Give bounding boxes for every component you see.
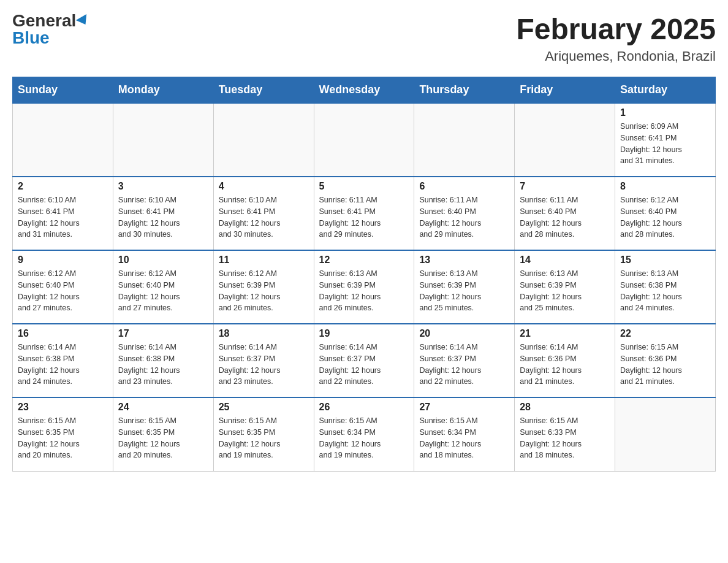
calendar-cell: 8Sunrise: 6:12 AM Sunset: 6:40 PM Daylig… [615,177,716,250]
calendar-cell [13,103,113,177]
day-number: 26 [319,402,409,413]
calendar-cell: 19Sunrise: 6:14 AM Sunset: 6:37 PM Dayli… [314,324,414,397]
day-info: Sunrise: 6:15 AM Sunset: 6:35 PM Dayligh… [18,415,108,461]
day-info: Sunrise: 6:14 AM Sunset: 6:37 PM Dayligh… [419,342,509,388]
day-info: Sunrise: 6:15 AM Sunset: 6:34 PM Dayligh… [319,415,409,461]
calendar-cell: 16Sunrise: 6:14 AM Sunset: 6:38 PM Dayli… [13,324,113,397]
calendar-cell [615,397,716,471]
day-number: 10 [118,255,208,266]
day-number: 28 [520,402,610,413]
calendar-cell: 9Sunrise: 6:12 AM Sunset: 6:40 PM Daylig… [13,250,113,324]
day-number: 6 [419,181,509,192]
day-number: 1 [620,107,710,118]
calendar-cell: 20Sunrise: 6:14 AM Sunset: 6:37 PM Dayli… [414,324,515,397]
calendar-cell: 23Sunrise: 6:15 AM Sunset: 6:35 PM Dayli… [13,397,113,471]
month-title: February 2025 [516,12,716,46]
day-info: Sunrise: 6:15 AM Sunset: 6:36 PM Dayligh… [620,342,710,388]
logo-arrow-icon [76,14,91,28]
day-info: Sunrise: 6:10 AM Sunset: 6:41 PM Dayligh… [118,194,208,240]
location: Ariquemes, Rondonia, Brazil [516,48,716,64]
day-info: Sunrise: 6:14 AM Sunset: 6:37 PM Dayligh… [219,342,309,388]
day-info: Sunrise: 6:11 AM Sunset: 6:41 PM Dayligh… [319,194,409,240]
calendar-cell: 26Sunrise: 6:15 AM Sunset: 6:34 PM Dayli… [314,397,414,471]
day-info: Sunrise: 6:15 AM Sunset: 6:35 PM Dayligh… [219,415,309,461]
day-number: 22 [620,328,710,339]
calendar-cell: 21Sunrise: 6:14 AM Sunset: 6:36 PM Dayli… [515,324,615,397]
day-info: Sunrise: 6:11 AM Sunset: 6:40 PM Dayligh… [520,194,610,240]
day-number: 19 [319,328,409,339]
calendar-cell: 25Sunrise: 6:15 AM Sunset: 6:35 PM Dayli… [213,397,314,471]
day-info: Sunrise: 6:14 AM Sunset: 6:38 PM Dayligh… [118,342,208,388]
calendar-week-row: 16Sunrise: 6:14 AM Sunset: 6:38 PM Dayli… [13,324,716,397]
calendar-header-monday: Monday [113,77,213,104]
day-number: 20 [419,328,509,339]
calendar-week-row: 2Sunrise: 6:10 AM Sunset: 6:41 PM Daylig… [13,177,716,250]
day-info: Sunrise: 6:11 AM Sunset: 6:40 PM Dayligh… [419,194,509,240]
calendar-cell: 15Sunrise: 6:13 AM Sunset: 6:38 PM Dayli… [615,250,716,324]
day-number: 13 [419,255,509,266]
calendar-cell: 2Sunrise: 6:10 AM Sunset: 6:41 PM Daylig… [13,177,113,250]
day-number: 12 [319,255,409,266]
logo: General Blue [12,12,89,47]
day-info: Sunrise: 6:13 AM Sunset: 6:38 PM Dayligh… [620,268,710,314]
day-number: 25 [219,402,309,413]
calendar-cell: 5Sunrise: 6:11 AM Sunset: 6:41 PM Daylig… [314,177,414,250]
calendar-cell: 4Sunrise: 6:10 AM Sunset: 6:41 PM Daylig… [213,177,314,250]
day-number: 14 [520,255,610,266]
calendar-cell: 18Sunrise: 6:14 AM Sunset: 6:37 PM Dayli… [213,324,314,397]
calendar-cell: 6Sunrise: 6:11 AM Sunset: 6:40 PM Daylig… [414,177,515,250]
calendar-header-wednesday: Wednesday [314,77,414,104]
day-info: Sunrise: 6:14 AM Sunset: 6:37 PM Dayligh… [319,342,409,388]
calendar-header-friday: Friday [515,77,615,104]
day-info: Sunrise: 6:12 AM Sunset: 6:40 PM Dayligh… [18,268,108,314]
day-info: Sunrise: 6:15 AM Sunset: 6:34 PM Dayligh… [419,415,509,461]
day-info: Sunrise: 6:14 AM Sunset: 6:36 PM Dayligh… [520,342,610,388]
day-number: 11 [219,255,309,266]
day-number: 5 [319,181,409,192]
calendar-cell [213,103,314,177]
day-number: 7 [520,181,610,192]
calendar-cell [414,103,515,177]
calendar-week-row: 9Sunrise: 6:12 AM Sunset: 6:40 PM Daylig… [13,250,716,324]
calendar-header-tuesday: Tuesday [213,77,314,104]
day-info: Sunrise: 6:12 AM Sunset: 6:40 PM Dayligh… [620,194,710,240]
day-number: 21 [520,328,610,339]
day-info: Sunrise: 6:09 AM Sunset: 6:41 PM Dayligh… [620,121,710,167]
calendar-cell [113,103,213,177]
calendar-week-row: 1Sunrise: 6:09 AM Sunset: 6:41 PM Daylig… [13,103,716,177]
logo-general: General [12,12,76,29]
day-number: 3 [118,181,208,192]
day-info: Sunrise: 6:10 AM Sunset: 6:41 PM Dayligh… [18,194,108,240]
calendar-cell: 1Sunrise: 6:09 AM Sunset: 6:41 PM Daylig… [615,103,716,177]
day-number: 9 [18,255,108,266]
calendar-cell: 13Sunrise: 6:13 AM Sunset: 6:39 PM Dayli… [414,250,515,324]
day-number: 23 [18,402,108,413]
day-info: Sunrise: 6:12 AM Sunset: 6:39 PM Dayligh… [219,268,309,314]
calendar-cell: 22Sunrise: 6:15 AM Sunset: 6:36 PM Dayli… [615,324,716,397]
calendar-cell [515,103,615,177]
calendar-header-saturday: Saturday [615,77,716,104]
day-number: 27 [419,402,509,413]
title-section: February 2025 Ariquemes, Rondonia, Brazi… [516,12,716,64]
calendar-cell: 3Sunrise: 6:10 AM Sunset: 6:41 PM Daylig… [113,177,213,250]
day-number: 24 [118,402,208,413]
calendar-cell: 10Sunrise: 6:12 AM Sunset: 6:40 PM Dayli… [113,250,213,324]
day-number: 18 [219,328,309,339]
calendar-cell [314,103,414,177]
day-info: Sunrise: 6:15 AM Sunset: 6:33 PM Dayligh… [520,415,610,461]
calendar-header-sunday: Sunday [13,77,113,104]
calendar-cell: 28Sunrise: 6:15 AM Sunset: 6:33 PM Dayli… [515,397,615,471]
day-info: Sunrise: 6:14 AM Sunset: 6:38 PM Dayligh… [18,342,108,388]
calendar-header-row: SundayMondayTuesdayWednesdayThursdayFrid… [13,77,716,104]
calendar-cell: 11Sunrise: 6:12 AM Sunset: 6:39 PM Dayli… [213,250,314,324]
day-number: 2 [18,181,108,192]
day-number: 4 [219,181,309,192]
calendar-week-row: 23Sunrise: 6:15 AM Sunset: 6:35 PM Dayli… [13,397,716,471]
calendar-cell: 12Sunrise: 6:13 AM Sunset: 6:39 PM Dayli… [314,250,414,324]
calendar-cell: 24Sunrise: 6:15 AM Sunset: 6:35 PM Dayli… [113,397,213,471]
calendar-table: SundayMondayTuesdayWednesdayThursdayFrid… [12,77,716,472]
day-number: 8 [620,181,710,192]
calendar-cell: 7Sunrise: 6:11 AM Sunset: 6:40 PM Daylig… [515,177,615,250]
logo-blue: Blue [12,29,50,47]
calendar-cell: 17Sunrise: 6:14 AM Sunset: 6:38 PM Dayli… [113,324,213,397]
